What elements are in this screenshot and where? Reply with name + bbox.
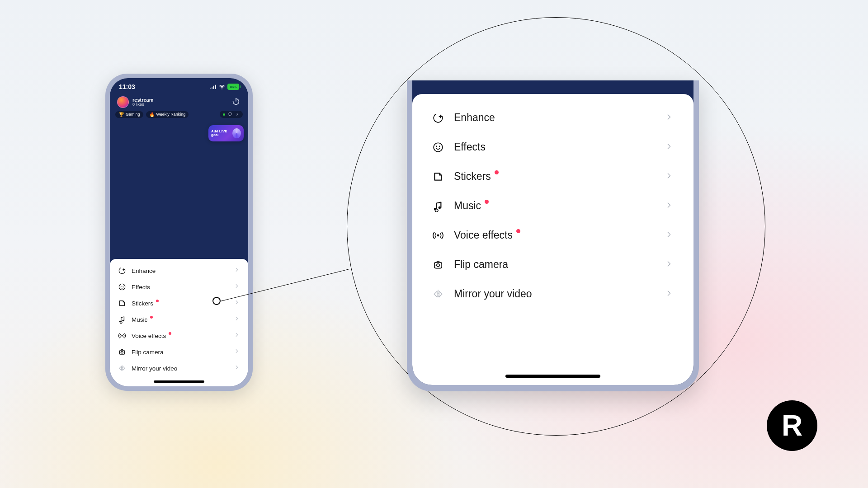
- live-header: restream 0 likes: [110, 94, 248, 110]
- chevron-right-icon: [665, 171, 674, 182]
- settings-sheet-zoom: Enhance Effects Stickers Music: [412, 94, 693, 385]
- menu-item-enhance[interactable]: Enhance: [110, 263, 248, 279]
- online-dot-icon: [223, 113, 225, 116]
- menu-item-voice-effects[interactable]: Voice effects: [412, 221, 693, 250]
- chevron-right-icon: [665, 113, 674, 123]
- add-live-goal-card[interactable]: Add LIVE goal: [208, 125, 244, 141]
- chevron-right-icon: [665, 289, 674, 300]
- menu-label: Stickers: [132, 300, 153, 307]
- menu-item-flip-camera[interactable]: Flip camera: [110, 344, 248, 360]
- enhance-icon: [118, 267, 126, 275]
- cell-signal-icon: [209, 84, 217, 89]
- chip-gaming[interactable]: 🏆Gaming: [115, 111, 143, 118]
- menu-label: Voice effects: [132, 333, 166, 339]
- shield-icon: [227, 112, 233, 117]
- flip-camera-icon: [432, 259, 444, 271]
- chevron-right-icon: [665, 142, 674, 153]
- home-indicator: [505, 375, 600, 378]
- sticker-icon: [118, 299, 126, 307]
- menu-item-flip-camera[interactable]: Flip camera: [412, 250, 693, 279]
- status-bar: 11:03 86%: [110, 80, 248, 94]
- chevron-right-icon: [665, 259, 674, 270]
- brand-badge: R: [767, 400, 817, 451]
- menu-item-music[interactable]: Music: [412, 191, 693, 221]
- menu-item-mirror-video[interactable]: Mirror your video: [412, 279, 693, 309]
- menu-item-stickers[interactable]: Stickers: [110, 295, 248, 311]
- menu-item-voice-effects[interactable]: Voice effects: [110, 328, 248, 344]
- like-count: 0 likes: [132, 103, 153, 107]
- add-live-goal-label: Add LIVE goal: [211, 130, 232, 137]
- phone-screen-zoom: Enhance Effects Stickers Music: [412, 80, 693, 385]
- battery-indicator: 86%: [227, 84, 239, 90]
- mirror-icon: [432, 288, 444, 300]
- enhance-icon: [432, 112, 444, 124]
- smiley-icon: [432, 141, 444, 153]
- phone-mockup-zoom: Enhance Effects Stickers Music: [407, 80, 699, 391]
- menu-label: Effects: [454, 141, 486, 153]
- menu-label: Mirror your video: [132, 365, 177, 372]
- menu-item-enhance[interactable]: Enhance: [412, 103, 693, 132]
- chevron-right-icon: [235, 112, 240, 117]
- menu-label: Flip camera: [132, 349, 164, 356]
- phone-mockup: 11:03 86% restream 0 likes �: [105, 74, 253, 391]
- callout-marker: [212, 297, 221, 305]
- status-right: 86%: [209, 84, 239, 90]
- new-badge-dot: [150, 316, 153, 319]
- status-time: 11:03: [119, 83, 135, 90]
- menu-label: Music: [132, 316, 147, 323]
- chevron-right-icon: [234, 332, 240, 340]
- menu-item-music[interactable]: Music: [110, 311, 248, 328]
- menu-label: Flip camera: [454, 258, 508, 271]
- menu-item-effects[interactable]: Effects: [412, 132, 693, 162]
- chevron-right-icon: [234, 348, 240, 356]
- chevron-right-icon: [665, 230, 674, 241]
- menu-label: Effects: [132, 284, 150, 291]
- new-badge-dot: [169, 332, 171, 335]
- chip-weekly-ranking[interactable]: 🔥Weekly Ranking: [146, 111, 189, 118]
- new-badge-dot: [495, 170, 499, 174]
- chevron-right-icon: [234, 283, 240, 291]
- menu-item-mirror-video[interactable]: Mirror your video: [110, 360, 248, 376]
- topic-chips: 🏆Gaming 🔥Weekly Ranking: [110, 110, 248, 120]
- menu-item-effects[interactable]: Effects: [110, 279, 248, 295]
- menu-label: Music: [454, 200, 481, 212]
- menu-label: Stickers: [454, 170, 491, 183]
- music-note-icon: [432, 200, 444, 212]
- new-badge-dot: [516, 229, 520, 233]
- menu-item-stickers[interactable]: Stickers: [412, 162, 693, 191]
- soundwave-icon: [432, 230, 444, 241]
- menu-label: Enhance: [132, 267, 156, 274]
- chevron-right-icon: [665, 201, 674, 211]
- soundwave-icon: [118, 332, 126, 340]
- flip-camera-icon: [118, 348, 126, 356]
- new-badge-dot: [156, 300, 159, 302]
- smiley-icon: [118, 283, 126, 291]
- avatar[interactable]: [117, 96, 129, 108]
- goal-art-icon: [232, 128, 241, 138]
- settings-sheet: Enhance Effects Stickers Music: [110, 259, 248, 386]
- power-icon[interactable]: [231, 96, 241, 108]
- new-badge-dot: [485, 200, 489, 204]
- sticker-icon: [432, 171, 444, 183]
- mirror-icon: [118, 364, 126, 372]
- chevron-right-icon: [234, 267, 240, 275]
- home-indicator: [154, 380, 204, 383]
- phone-screen: 11:03 86% restream 0 likes �: [110, 78, 248, 386]
- chevron-right-icon: [234, 364, 240, 372]
- live-status-pill[interactable]: [220, 111, 243, 118]
- music-note-icon: [118, 315, 126, 324]
- menu-label: Mirror your video: [454, 288, 532, 300]
- chevron-right-icon: [234, 299, 240, 307]
- chevron-right-icon: [234, 315, 240, 324]
- menu-label: Voice effects: [454, 229, 513, 241]
- menu-label: Enhance: [454, 112, 495, 124]
- wifi-icon: [218, 84, 226, 90]
